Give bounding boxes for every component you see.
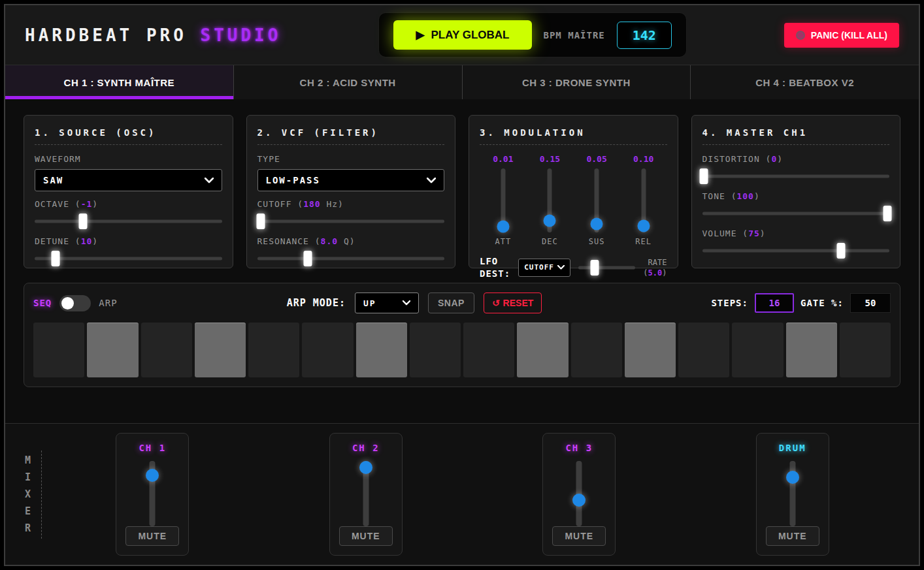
panel-title: 1. SOURCE (OSC) [35, 127, 222, 145]
slider-thumb[interactable] [700, 168, 708, 184]
channel-volume-slider[interactable] [359, 461, 373, 526]
tab-ch1-synth-maitre[interactable]: CH 1 : SYNTH MAÎTRE [5, 65, 234, 99]
tab-ch4-beatbox-v2[interactable]: CH 4 : BEATBOX V2 [691, 65, 919, 99]
filter-type-select[interactable]: LOW-PASS [257, 169, 445, 191]
volume-slider[interactable] [702, 244, 890, 258]
step-cell[interactable] [678, 323, 729, 377]
distortion-slider[interactable] [702, 169, 890, 183]
panel-vcf-filter: 2. VCF (FILTER) TYPE LOW-PASS CUTOFF (18… [246, 115, 456, 268]
bpm-input[interactable]: 142 [617, 22, 672, 49]
mute-button[interactable]: MUTE [339, 526, 393, 546]
mute-button[interactable]: MUTE [125, 526, 179, 546]
reset-label: RESET [503, 298, 534, 308]
octave-slider[interactable] [35, 214, 222, 229]
step-cell[interactable] [732, 323, 783, 377]
mute-button[interactable]: MUTE [766, 526, 819, 546]
lfo-dest-select[interactable]: CUTOFF [518, 259, 570, 277]
tab-ch2-acid-synth[interactable]: CH 2 : ACID SYNTH [234, 65, 463, 99]
reset-icon: ↺ [492, 298, 500, 308]
slider-thumb[interactable] [637, 220, 650, 232]
step-cell[interactable] [463, 323, 514, 377]
slider-thumb[interactable] [79, 214, 88, 229]
slider-thumb[interactable] [359, 461, 372, 474]
cutoff-label: CUTOFF (180 Hz) [257, 199, 445, 209]
step-cell[interactable] [248, 323, 299, 377]
attack-slider[interactable] [496, 168, 510, 232]
channel-volume-slider[interactable] [145, 461, 159, 526]
attack-label: ATT [495, 237, 511, 246]
header: HARDBEAT PRO STUDIO ▶ PLAY GLOBAL BPM MA… [5, 5, 919, 65]
step-cell[interactable] [87, 323, 138, 377]
slider-thumb[interactable] [544, 215, 556, 227]
step-cell[interactable] [141, 323, 192, 377]
cutoff-slider[interactable] [257, 214, 445, 229]
slider-thumb[interactable] [303, 251, 312, 266]
step-cell[interactable] [195, 323, 246, 377]
reset-button[interactable]: ↺ RESET [484, 293, 542, 313]
waveform-select[interactable]: SAW [35, 169, 222, 191]
sustain-slider[interactable] [589, 168, 604, 232]
bpm-label: BPM MAÎTRE [544, 30, 605, 40]
seq-mode-label: SEQ [33, 298, 52, 308]
main-area: 1. SOURCE (OSC) WAVEFORM SAW OCTAVE (-1)… [5, 99, 919, 423]
arp-mode-label: ARP MODE: [287, 297, 346, 309]
slider-thumb[interactable] [572, 494, 586, 507]
release-slider[interactable] [636, 168, 651, 232]
distortion-label: DISTORTION (0) [702, 154, 890, 164]
slider-thumb[interactable] [786, 471, 799, 484]
seq-arp-toggle[interactable] [59, 295, 91, 311]
mixer-strip-ch2: CH 2 MUTE [329, 433, 403, 556]
channel-label: DRUM [779, 443, 806, 453]
filter-type-select-value: LOW-PASS [266, 175, 320, 185]
mixer-strip-ch3: CH 3 MUTE [542, 433, 616, 556]
decay-control: 0.15 DEC [540, 154, 560, 246]
slider-thumb[interactable] [257, 214, 265, 229]
slider-thumb[interactable] [883, 206, 892, 221]
lfo-rate-slider[interactable] [578, 261, 635, 275]
step-cell[interactable] [840, 323, 891, 377]
app-logo: HARDBEAT PRO STUDIO [25, 25, 281, 45]
tab-ch3-drone-synth[interactable]: CH 3 : DRONE SYNTH [463, 65, 691, 99]
slider-thumb[interactable] [591, 218, 603, 230]
snap-button[interactable]: SNAP [428, 293, 474, 313]
steps-label: STEPS: [711, 298, 748, 308]
slider-thumb[interactable] [51, 251, 59, 266]
mixer-letter: M [25, 454, 31, 466]
resonance-label: RESONANCE (8.0 Q) [257, 236, 445, 246]
step-cell[interactable] [33, 323, 84, 377]
sustain-label: SUS [589, 237, 605, 246]
lfo-dest-label: LFODEST: [480, 255, 510, 280]
mixer-strip-drum: DRUM MUTE [756, 433, 829, 556]
channel-label: CH 3 [565, 443, 593, 453]
chevron-down-icon [557, 265, 565, 270]
step-cell[interactable] [410, 323, 461, 377]
slider-thumb[interactable] [497, 221, 509, 233]
gate-input[interactable] [850, 293, 891, 313]
step-cell[interactable] [356, 323, 407, 377]
chevron-down-icon [427, 178, 436, 183]
step-cell[interactable] [625, 323, 676, 377]
step-cell[interactable] [302, 323, 353, 377]
slider-thumb[interactable] [146, 469, 159, 482]
step-cell[interactable] [786, 323, 837, 377]
mute-button[interactable]: MUTE [552, 526, 606, 546]
detune-slider[interactable] [35, 251, 222, 266]
mixer-strip-ch1: CH 1 MUTE [116, 433, 189, 556]
play-global-button[interactable]: ▶ PLAY GLOBAL [393, 20, 531, 50]
decay-slider[interactable] [542, 168, 557, 232]
channel-volume-slider[interactable] [785, 461, 800, 526]
step-cell[interactable] [571, 323, 622, 377]
slider-thumb[interactable] [590, 260, 599, 276]
tone-slider[interactable] [702, 206, 890, 221]
panic-button[interactable]: PANIC (KILL ALL) [784, 23, 899, 48]
panel-title: 2. VCF (FILTER) [257, 127, 445, 145]
arp-mode-select[interactable]: UP [355, 293, 419, 313]
channel-volume-slider[interactable] [572, 461, 586, 526]
detune-label: DETUNE (10) [35, 236, 222, 246]
steps-input[interactable] [755, 293, 794, 313]
resonance-slider[interactable] [257, 251, 445, 266]
steps-gate-group: STEPS: GATE %: [711, 293, 891, 313]
slider-thumb[interactable] [836, 243, 845, 259]
arp-mode-select-value: UP [363, 298, 376, 308]
step-cell[interactable] [517, 323, 568, 377]
